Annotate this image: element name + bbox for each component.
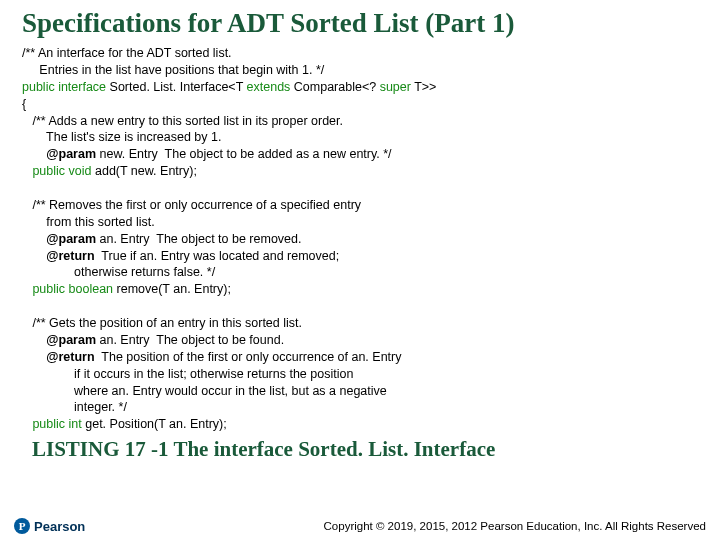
slide-footer: Pearson Copyright © 2019, 2015, 2012 Pea…: [0, 518, 720, 534]
tag-return: @return: [46, 350, 94, 364]
comment-line: The position of the first or only occurr…: [95, 350, 402, 364]
code-text: Sorted. List. Interface<T: [106, 80, 246, 94]
comment-line: an. Entry The object to be found.: [96, 333, 284, 347]
comment-line: /** Removes the first or only occurrence…: [22, 198, 361, 212]
comment-line: /** Adds a new entry to this sorted list…: [22, 114, 343, 128]
comment-line: True if an. Entry was located and remove…: [95, 249, 340, 263]
code-text: Comparable<?: [290, 80, 379, 94]
comment-line: integer. */: [22, 400, 127, 414]
comment-line: from this sorted list.: [22, 215, 155, 229]
comment-line: /** An interface for the ADT sorted list…: [22, 46, 232, 60]
tag-param: @param: [46, 147, 96, 161]
comment-line: /** Gets the position of an entry in thi…: [22, 316, 302, 330]
copyright-text: Copyright © 2019, 2015, 2012 Pearson Edu…: [324, 520, 706, 532]
listing-caption: LISTING 17 -1 The interface Sorted. List…: [32, 437, 698, 462]
publisher-logo: Pearson: [14, 518, 85, 534]
slide-content: Specifications for ADT Sorted List (Part…: [0, 0, 720, 462]
keyword: extends: [247, 80, 291, 94]
brace: {: [22, 97, 26, 111]
keyword: public int: [32, 417, 81, 431]
comment-line: if it occurs in the list; otherwise retu…: [22, 367, 353, 381]
comment-line: otherwise returns false. */: [22, 265, 215, 279]
comment-line: where an. Entry would occur in the list,…: [22, 384, 387, 398]
keyword: public interface: [22, 80, 106, 94]
comment-line: [22, 147, 46, 161]
keyword: super: [380, 80, 411, 94]
tag-return: @return: [46, 249, 94, 263]
comment-line: an. Entry The object to be removed.: [96, 232, 301, 246]
publisher-name: Pearson: [34, 519, 85, 534]
slide-title: Specifications for ADT Sorted List (Part…: [22, 8, 698, 39]
code-text: remove(T an. Entry);: [113, 282, 231, 296]
code-text: get. Position(T an. Entry);: [82, 417, 227, 431]
code-block: /** An interface for the ADT sorted list…: [22, 45, 698, 433]
code-text: T>>: [411, 80, 436, 94]
comment-line: new. Entry The object to be added as a n…: [96, 147, 392, 161]
tag-param: @param: [46, 333, 96, 347]
keyword: public void: [32, 164, 91, 178]
code-text: add(T new. Entry);: [92, 164, 197, 178]
tag-param: @param: [46, 232, 96, 246]
comment-line: The list's size is increased by 1.: [22, 130, 221, 144]
keyword: public boolean: [32, 282, 113, 296]
pearson-icon: [14, 518, 30, 534]
comment-line: Entries in the list have positions that …: [22, 63, 324, 77]
